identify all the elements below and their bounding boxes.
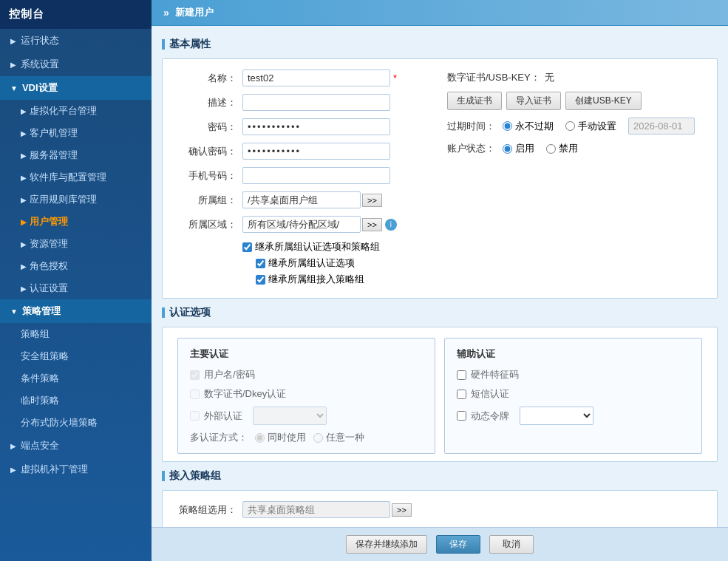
desc-input[interactable] bbox=[242, 94, 390, 111]
inherit-strategy-checkbox[interactable] bbox=[256, 275, 265, 285]
arrow-icon: ▼ bbox=[10, 84, 18, 92]
sidebar-group-vdi-header[interactable]: ▼ VDI设置 bbox=[0, 76, 152, 100]
external-auth-checkbox[interactable] bbox=[190, 411, 200, 421]
username-password-checkbox[interactable] bbox=[190, 370, 200, 380]
region-browse-btn[interactable]: >> bbox=[362, 218, 382, 231]
page-header: 新建用户 bbox=[152, 0, 728, 26]
simultaneous-radio[interactable] bbox=[255, 433, 265, 443]
sidebar-item-server-mgmt[interactable]: ▶ 服务器管理 bbox=[0, 144, 152, 166]
cancel-btn[interactable]: 取消 bbox=[489, 535, 534, 554]
disable-radio[interactable] bbox=[546, 144, 556, 154]
arrow-icon: ▼ bbox=[10, 307, 18, 316]
sidebar-item-endpoint-security[interactable]: ▶ 端点安全 bbox=[0, 434, 152, 458]
username-password-label: 用户名/密码 bbox=[204, 368, 255, 381]
sidebar-item-auth-settings[interactable]: ▶ 认证设置 bbox=[0, 277, 152, 299]
sidebar-item-distributed-firewall[interactable]: 分布式防火墙策略 bbox=[0, 412, 152, 434]
arrow-icon: ▶ bbox=[10, 466, 16, 474]
sidebar-item-software-mgmt[interactable]: ▶ 软件库与配置管理 bbox=[0, 166, 152, 188]
never-expire-radio[interactable] bbox=[503, 121, 512, 131]
inherit-all-checkbox[interactable] bbox=[242, 242, 252, 252]
inherit-auth-label: 继承所属组认证选项 bbox=[268, 256, 355, 270]
primary-auth-title: 主要认证 bbox=[190, 347, 423, 361]
any-one-radio[interactable] bbox=[313, 433, 323, 443]
any-one-option[interactable]: 任意一种 bbox=[313, 431, 364, 444]
arrow-icon: ▶ bbox=[10, 442, 16, 450]
sidebar: 控制台 ▶ 运行状态 ▶ 系统设置 ▼ VDI设置 ▶ 虚拟化平台管理 ▶ 客户… bbox=[0, 0, 152, 561]
sidebar-item-temp-policy[interactable]: 临时策略 bbox=[0, 390, 152, 412]
app-title: 控制台 bbox=[0, 0, 152, 29]
sidebar-item-policy-group[interactable]: 策略组 bbox=[0, 323, 152, 345]
sidebar-item-app-rules-mgmt[interactable]: ▶ 应用规则库管理 bbox=[0, 188, 152, 211]
sidebar-item-client-mgmt[interactable]: ▶ 客户机管理 bbox=[0, 122, 152, 144]
region-input[interactable] bbox=[242, 216, 361, 233]
name-input[interactable] bbox=[242, 69, 390, 86]
gen-cert-btn[interactable]: 生成证书 bbox=[447, 92, 502, 110]
strategy-group-title: 接入策略组 bbox=[169, 469, 221, 483]
password-input[interactable] bbox=[242, 118, 390, 135]
sidebar-group-vdi: ▼ VDI设置 ▶ 虚拟化平台管理 ▶ 客户机管理 ▶ 服务器管理 ▶ 软件库与… bbox=[0, 76, 152, 299]
expire-date-input[interactable] bbox=[628, 118, 695, 135]
policy-browse-btn[interactable]: >> bbox=[392, 503, 412, 517]
sidebar-item-sys-settings[interactable]: ▶ 系统设置 bbox=[0, 52, 152, 76]
never-expire-label: 永不过期 bbox=[515, 120, 554, 133]
disable-option[interactable]: 禁用 bbox=[546, 142, 578, 155]
digital-cert-auth-label: 数字证书/Dkey认证 bbox=[204, 387, 286, 401]
dynamic-token-row: 动态令牌 bbox=[457, 407, 690, 425]
strategy-group-form: 策略组选用： >> bbox=[162, 490, 718, 527]
digital-cert-checkbox[interactable] bbox=[190, 390, 200, 399]
auth-options-form: 主要认证 用户名/密码 数字证书/Dkey认证 外部认证 bbox=[162, 327, 718, 462]
never-expire-option[interactable]: 永不过期 bbox=[503, 120, 554, 133]
page-title: 新建用户 bbox=[175, 6, 214, 19]
inherit-all-checkbox-row: 继承所属组认证选项和策略组 bbox=[242, 240, 432, 254]
group-input[interactable] bbox=[242, 191, 361, 208]
create-usb-btn[interactable]: 创建USB-KEY bbox=[565, 92, 642, 110]
right-column: 数字证书/USB-KEY： 无 生成证书 导入证书 创建USB-KEY 过期时间… bbox=[432, 69, 702, 290]
inherit-section: 继承所属组认证选项和策略组 继承所属组认证选项 继承所属组接入策略组 bbox=[242, 240, 432, 286]
dynamic-token-checkbox[interactable] bbox=[457, 411, 466, 421]
multi-auth-label: 多认证方式： bbox=[190, 431, 248, 444]
manual-set-option[interactable]: 手动设置 bbox=[565, 120, 616, 133]
arrow-icon: ▶ bbox=[21, 240, 27, 248]
sidebar-item-role-auth[interactable]: ▶ 角色授权 bbox=[0, 255, 152, 277]
account-status-radio-group: 启用 禁用 bbox=[503, 142, 578, 155]
sidebar-item-vm-patch-mgmt[interactable]: ▶ 虚拟机补丁管理 bbox=[0, 458, 152, 481]
region-label: 所属区域： bbox=[177, 218, 237, 231]
sidebar-item-security-policy[interactable]: 安全组策略 bbox=[0, 345, 152, 367]
group-browse-btn[interactable]: >> bbox=[362, 194, 382, 207]
save-continue-btn[interactable]: 保存并继续添加 bbox=[346, 535, 427, 554]
primary-auth-box: 主要认证 用户名/密码 数字证书/Dkey认证 外部认证 bbox=[177, 338, 435, 454]
confirm-password-input[interactable] bbox=[242, 143, 390, 160]
info-icon[interactable]: i bbox=[385, 219, 397, 231]
inherit-auth-checkbox[interactable] bbox=[256, 259, 265, 268]
desc-label: 描述： bbox=[177, 96, 237, 109]
arrow-icon: ▶ bbox=[21, 129, 27, 137]
sidebar-item-virtual-platform[interactable]: ▶ 虚拟化平台管理 bbox=[0, 100, 152, 122]
sidebar-item-run-status[interactable]: ▶ 运行状态 bbox=[0, 29, 152, 52]
hardware-code-checkbox[interactable] bbox=[457, 370, 466, 380]
phone-input[interactable] bbox=[242, 167, 390, 184]
simultaneous-option[interactable]: 同时使用 bbox=[255, 431, 306, 444]
enable-option[interactable]: 启用 bbox=[503, 142, 534, 155]
expire-label: 过期时间： bbox=[447, 120, 495, 133]
required-star: * bbox=[393, 72, 397, 84]
secondary-auth-title: 辅助认证 bbox=[457, 347, 690, 361]
policy-select-input[interactable] bbox=[242, 501, 390, 518]
policy-select-label: 策略组选用： bbox=[177, 503, 237, 517]
password-label: 密码： bbox=[177, 120, 237, 134]
save-btn[interactable]: 保存 bbox=[436, 535, 480, 554]
enable-radio[interactable] bbox=[503, 144, 512, 154]
sms-auth-checkbox[interactable] bbox=[457, 390, 466, 399]
sidebar-item-condition-policy[interactable]: 条件策略 bbox=[0, 367, 152, 390]
hardware-code-label: 硬件特征码 bbox=[471, 368, 519, 381]
import-cert-btn[interactable]: 导入证书 bbox=[506, 92, 561, 110]
dynamic-token-select[interactable] bbox=[520, 407, 593, 425]
external-auth-select[interactable] bbox=[253, 407, 327, 425]
arrow-icon: ▶ bbox=[21, 218, 27, 226]
arrow-icon: ▶ bbox=[21, 196, 27, 204]
any-one-label: 任意一种 bbox=[326, 431, 364, 444]
sidebar-group-policy-header[interactable]: ▼ 策略管理 bbox=[0, 299, 152, 323]
sidebar-item-user-mgmt[interactable]: ▶ 用户管理 bbox=[0, 211, 152, 233]
manual-set-radio[interactable] bbox=[565, 121, 575, 131]
sidebar-group-policy: ▼ 策略管理 策略组 安全组策略 条件策略 临时策略 分布式防火墙策略 bbox=[0, 299, 152, 434]
sidebar-item-resource-mgmt[interactable]: ▶ 资源管理 bbox=[0, 233, 152, 255]
